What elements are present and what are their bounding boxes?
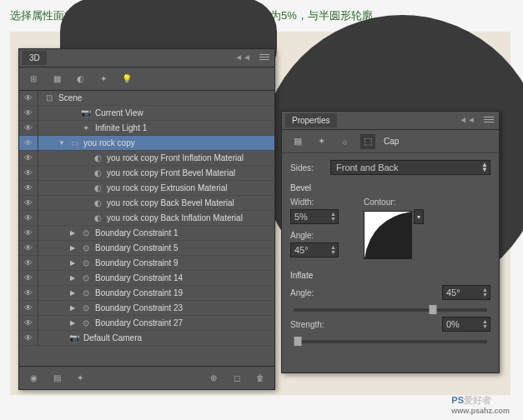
add-icon[interactable]: ⊕ xyxy=(208,372,219,384)
tree-row[interactable]: 👁✦Infinite Light 1 xyxy=(19,121,274,136)
new-icon[interactable]: ◻ xyxy=(231,372,243,384)
contour-dropdown-icon[interactable]: ▼ xyxy=(414,209,424,224)
panel-properties: Properties ◄◄ ▦ ✦ ⟐ ⬚ Cap Sides: Front a… xyxy=(281,111,500,373)
spinner-arrows-icon[interactable]: ▲▼ xyxy=(482,288,488,298)
panel-menu-icon[interactable] xyxy=(482,113,495,125)
render-icon[interactable]: ◉ xyxy=(28,372,39,384)
panel-menu-icon[interactable] xyxy=(258,51,271,62)
width-value: 5% xyxy=(294,212,308,222)
slider-thumb[interactable] xyxy=(430,305,437,314)
inflate-angle-slider[interactable] xyxy=(294,308,487,312)
tree-row[interactable]: 👁◐you rock copy Front Bevel Material xyxy=(19,166,274,181)
eye-icon[interactable]: 👁 xyxy=(23,243,34,252)
bulb-icon[interactable]: 💡 xyxy=(121,73,133,85)
trash-icon[interactable]: 🗑 xyxy=(254,372,266,384)
eye-icon[interactable]: 👁 xyxy=(23,123,34,132)
sides-dropdown[interactable]: Front and Back ▲▼ xyxy=(330,160,490,175)
layers-icon[interactable]: ▤ xyxy=(51,372,63,384)
expand-arrow-icon[interactable]: ▶ xyxy=(70,319,77,327)
scene-icon: ⊡ xyxy=(43,92,55,104)
camera-icon: 📷 xyxy=(68,332,80,344)
tree-row[interactable]: 👁▶⊙Boundary Constraint 23 xyxy=(19,301,274,316)
mesh-tab-icon[interactable]: ▦ xyxy=(290,134,305,149)
panel-3d: 3D ◄◄ ⊞ ▦ ◐ ✦ 💡 👁 ⊡ Scene 👁📷Current View… xyxy=(18,48,275,390)
strength-spinner[interactable]: 0% ▲▼ xyxy=(442,317,490,332)
tree-item-label: you rock copy Front Bevel Material xyxy=(107,168,235,178)
spinner-arrows-icon[interactable]: ▲▼ xyxy=(330,212,336,222)
tree-row[interactable]: 👁▶⊙Boundary Constraint 9 xyxy=(19,256,274,271)
tree-row[interactable]: 👁▶⊙Boundary Constraint 1 xyxy=(19,226,274,241)
spinner-arrows-icon[interactable]: ▲▼ xyxy=(482,319,488,329)
eye-icon[interactable]: 👁 xyxy=(23,93,34,102)
tree-row[interactable]: 👁📷Default Camera xyxy=(19,331,274,346)
coords-tab-icon[interactable]: ⟐ xyxy=(337,134,352,149)
tree-item-label: you rock copy Front Inflation Material xyxy=(107,153,244,162)
inflate-angle-label: Angle: xyxy=(290,288,325,298)
con-icon: ⊙ xyxy=(80,228,92,239)
eye-icon[interactable]: 👁 xyxy=(23,183,34,192)
filter-mesh-icon[interactable]: ▦ xyxy=(51,73,63,85)
eye-icon[interactable]: 👁 xyxy=(23,288,34,298)
strength-slider[interactable] xyxy=(294,340,487,343)
camera-icon: 📷 xyxy=(80,108,92,119)
inflate-angle-value: 45° xyxy=(446,288,460,298)
expand-arrow-icon[interactable]: ▶ xyxy=(70,289,77,297)
panel-props-tab[interactable]: Properties xyxy=(285,113,337,128)
mat-icon: ◐ xyxy=(92,198,103,209)
eye-icon[interactable]: 👁 xyxy=(23,303,34,312)
expand-arrow-icon[interactable]: ▶ xyxy=(70,259,77,267)
tree-row[interactable]: 👁📷Current View xyxy=(19,106,274,121)
eye-icon[interactable]: 👁 xyxy=(23,153,34,162)
tree-row[interactable]: 👁▶⊙Boundary Constraint 5 xyxy=(19,241,274,256)
collapse-icon[interactable]: ◄◄ xyxy=(234,52,251,62)
con-icon: ⊙ xyxy=(80,288,92,299)
light-add-icon[interactable]: ✦ xyxy=(74,372,86,384)
tree-row[interactable]: 👁▼▭you rock copy xyxy=(19,136,274,151)
tree-row[interactable]: 👁◐you rock copy Front Inflation Material xyxy=(19,151,274,166)
expand-arrow-icon[interactable]: ▶ xyxy=(70,304,77,312)
filter-whole-icon[interactable]: ⊞ xyxy=(28,73,39,85)
inflate-angle-spinner[interactable]: 45° ▲▼ xyxy=(442,285,490,300)
contour-label: Contour: xyxy=(364,198,412,207)
deform-tab-icon[interactable]: ✦ xyxy=(314,134,329,149)
filter-material-icon[interactable]: ◐ xyxy=(74,73,86,85)
expand-arrow-icon[interactable]: ▶ xyxy=(70,244,77,252)
spinner-arrows-icon[interactable]: ▲▼ xyxy=(330,245,336,255)
tree-row[interactable]: 👁◐you rock copy Back Bevel Material xyxy=(19,196,274,211)
tree-row[interactable]: 👁◐you rock copy Extrusion Material xyxy=(19,181,274,196)
eye-icon[interactable]: 👁 xyxy=(23,213,34,222)
contour-preview[interactable] xyxy=(364,211,412,259)
eye-icon[interactable]: 👁 xyxy=(23,228,34,238)
angle-spinner[interactable]: 45° ▲▼ xyxy=(290,242,339,258)
panel-props-header: Properties ◄◄ xyxy=(282,112,499,130)
con-icon: ⊙ xyxy=(80,318,92,329)
expand-arrow-icon[interactable]: ▶ xyxy=(70,229,77,237)
tree-row[interactable]: 👁▶⊙Boundary Constraint 19 xyxy=(19,286,274,301)
expand-arrow-icon[interactable]: ▶ xyxy=(70,274,77,282)
panel-3d-toolbar: ⊞ ▦ ◐ ✦ 💡 xyxy=(19,68,274,91)
filter-light-icon[interactable]: ✦ xyxy=(98,73,109,85)
eye-icon[interactable]: 👁 xyxy=(23,273,34,282)
scene-label: Scene xyxy=(58,93,82,102)
eye-icon[interactable]: 👁 xyxy=(23,138,34,148)
tree-row[interactable]: 👁◐you rock copy Back Inflation Material xyxy=(19,211,274,226)
eye-icon[interactable]: 👁 xyxy=(23,108,34,118)
expand-arrow-icon[interactable]: ▼ xyxy=(58,139,65,147)
watermark: PS爱好者 www.psahz.com xyxy=(451,392,510,415)
eye-icon[interactable]: 👁 xyxy=(23,198,34,208)
eye-icon[interactable]: 👁 xyxy=(23,318,34,328)
con-icon: ⊙ xyxy=(80,302,92,314)
width-spinner[interactable]: 5% ▲▼ xyxy=(290,209,339,224)
panel-3d-tab[interactable]: 3D xyxy=(23,51,47,65)
light-icon: ✦ xyxy=(80,122,92,134)
cap-tab-icon[interactable]: ⬚ xyxy=(360,134,375,149)
eye-icon[interactable]: 👁 xyxy=(23,258,34,268)
collapse-icon[interactable]: ◄◄ xyxy=(459,115,475,124)
tree-row[interactable]: 👁▶⊙Boundary Constraint 27 xyxy=(19,316,274,331)
scene-tree[interactable]: 👁 ⊡ Scene 👁📷Current View👁✦Infinite Light… xyxy=(19,91,274,366)
scene-root-row[interactable]: 👁 ⊡ Scene xyxy=(19,91,274,106)
slider-thumb[interactable] xyxy=(294,337,301,346)
eye-icon[interactable]: 👁 xyxy=(23,168,34,178)
tree-row[interactable]: 👁▶⊙Boundary Constraint 14 xyxy=(19,271,274,286)
eye-icon[interactable]: 👁 xyxy=(23,333,34,342)
